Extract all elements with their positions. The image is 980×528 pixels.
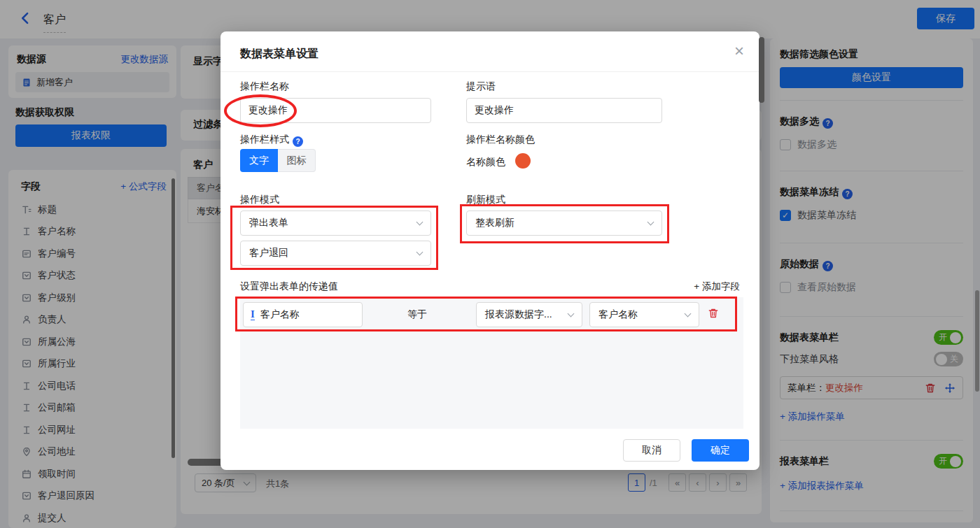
window-scrollbar[interactable]	[975, 290, 979, 392]
style-option-icon[interactable]: 图标	[278, 149, 316, 172]
target-field-select[interactable]: 客户名称	[589, 302, 699, 327]
refresh-mode-label: 刷新模式	[466, 194, 505, 206]
operator-label: 等于	[407, 308, 427, 321]
operation-mode-select[interactable]: 弹出表单	[240, 211, 431, 236]
tooltip-label: 提示语	[466, 80, 496, 93]
close-icon[interactable]: ×	[734, 41, 744, 61]
help-icon[interactable]: ?	[293, 136, 303, 147]
name-color-label: 操作栏名称颜色	[466, 134, 535, 146]
action-bar-name-label: 操作栏名称	[240, 80, 289, 93]
transfer-values-label: 设置弹出表单的传递值	[240, 280, 338, 293]
modal-scrollbar[interactable]	[759, 37, 764, 103]
text-field-icon: I	[251, 309, 255, 320]
action-bar-name-input[interactable]	[240, 98, 431, 123]
style-option-text[interactable]: 文字	[240, 149, 278, 172]
transfer-field-input[interactable]: I 客户名称	[243, 302, 363, 327]
name-color-text: 名称颜色	[466, 156, 505, 169]
add-field-link[interactable]: + 添加字段	[694, 280, 740, 293]
chevron-down-icon	[648, 219, 654, 226]
delete-row-trash-icon[interactable]	[708, 308, 720, 320]
tooltip-input[interactable]	[466, 98, 662, 123]
chevron-down-icon	[685, 311, 692, 317]
transfer-field-value: 客户名称	[260, 308, 300, 321]
transfer-values-panel: I 客户名称 等于 报表源数据字... 客户名称	[240, 297, 743, 429]
style-segmented-control: 文字 图标	[240, 149, 316, 172]
select-value: 弹出表单	[249, 217, 288, 229]
cancel-button[interactable]: 取消	[623, 439, 680, 462]
refresh-mode-select[interactable]: 整表刷新	[466, 211, 662, 236]
chevron-down-icon	[416, 219, 424, 226]
operation-mode-label: 操作模式	[240, 194, 279, 206]
style-label: 操作栏样式?	[240, 134, 303, 147]
operation-target-select[interactable]: 客户退回	[240, 241, 431, 266]
chevron-down-icon	[416, 249, 424, 256]
color-swatch[interactable]	[515, 153, 531, 169]
confirm-button[interactable]: 确定	[692, 439, 749, 462]
chevron-down-icon	[568, 311, 575, 317]
divider	[220, 71, 760, 72]
select-value: 整表刷新	[475, 217, 514, 229]
dialog-title: 数据表菜单设置	[240, 47, 318, 62]
select-value: 客户退回	[249, 247, 288, 259]
source-field-select[interactable]: 报表源数据字...	[476, 302, 582, 327]
select-value: 客户名称	[598, 308, 638, 321]
select-value: 报表源数据字...	[485, 308, 552, 321]
table-menu-settings-dialog: 数据表菜单设置 × 操作栏名称 提示语 操作栏样式? 文字 图标 操作栏名称颜色…	[220, 31, 760, 470]
